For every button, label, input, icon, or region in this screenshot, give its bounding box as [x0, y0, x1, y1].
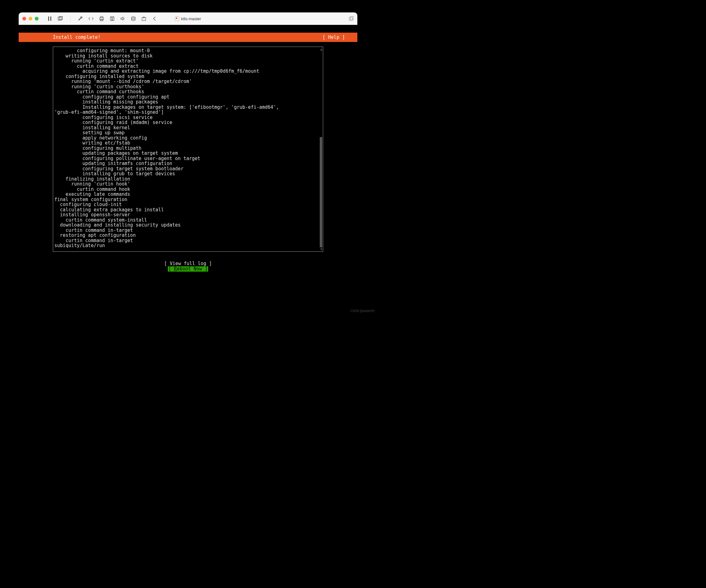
help-button[interactable]: [ Help ] [322, 35, 345, 40]
back-icon[interactable] [152, 16, 157, 21]
status-title: Install complete! [53, 35, 101, 40]
scroll-down-icon[interactable]: ▼ [320, 247, 322, 251]
snapshot-icon[interactable] [58, 16, 63, 21]
reboot-prefix: [ [168, 266, 174, 272]
reboot-now-button[interactable]: [ Reboot Now ] [18, 266, 357, 272]
svg-rect-7 [110, 17, 114, 21]
watermark: CSDN @adder99 [350, 309, 375, 313]
svg-rect-12 [350, 16, 353, 19]
pause-icon[interactable] [47, 16, 52, 21]
close-button[interactable] [23, 17, 26, 21]
scrollbar[interactable] [320, 137, 322, 247]
printer-icon[interactable] [99, 16, 104, 21]
svg-rect-1 [50, 16, 51, 21]
share-icon[interactable] [142, 16, 146, 21]
sound-icon[interactable] [120, 16, 125, 21]
wrench-icon[interactable] [78, 16, 83, 21]
svg-point-9 [131, 17, 135, 18]
view-full-log-button[interactable]: [ View full log ] [18, 261, 357, 266]
divider [70, 15, 71, 22]
reboot-hotkey: R [174, 266, 177, 272]
window-title-text: k8s-master [181, 16, 201, 21]
vm-icon [175, 16, 179, 21]
titlebar: k8s-master [18, 12, 357, 25]
log-container: configuring mount: mount-0 writing insta… [53, 47, 323, 252]
status-bar: Install complete! [ Help ] [18, 33, 357, 42]
stack-icon[interactable] [131, 16, 136, 21]
log-output: configuring mount: mount-0 writing insta… [54, 48, 322, 248]
traffic-lights [23, 17, 39, 21]
app-window: k8s-master Install complete! [ Help ] co… [18, 12, 357, 287]
fullscreen-icon[interactable] [349, 16, 354, 21]
maximize-button[interactable] [35, 17, 39, 21]
toolbar [47, 15, 157, 22]
svg-rect-0 [48, 16, 49, 21]
terminal-body: Install complete! [ Help ] configuring m… [18, 25, 357, 287]
bottom-buttons: [ View full log ] [ Reboot Now ] [18, 261, 357, 272]
svg-rect-11 [349, 17, 352, 21]
svg-rect-5 [101, 16, 103, 18]
svg-point-8 [112, 19, 113, 20]
disk-icon[interactable] [110, 16, 115, 21]
window-title: k8s-master [175, 16, 201, 21]
code-icon[interactable] [88, 16, 93, 21]
scroll-up-icon[interactable]: ▲ [320, 47, 322, 51]
minimize-button[interactable] [29, 17, 32, 21]
gap [18, 25, 357, 33]
reboot-rest: eboot Now ] [177, 266, 207, 272]
